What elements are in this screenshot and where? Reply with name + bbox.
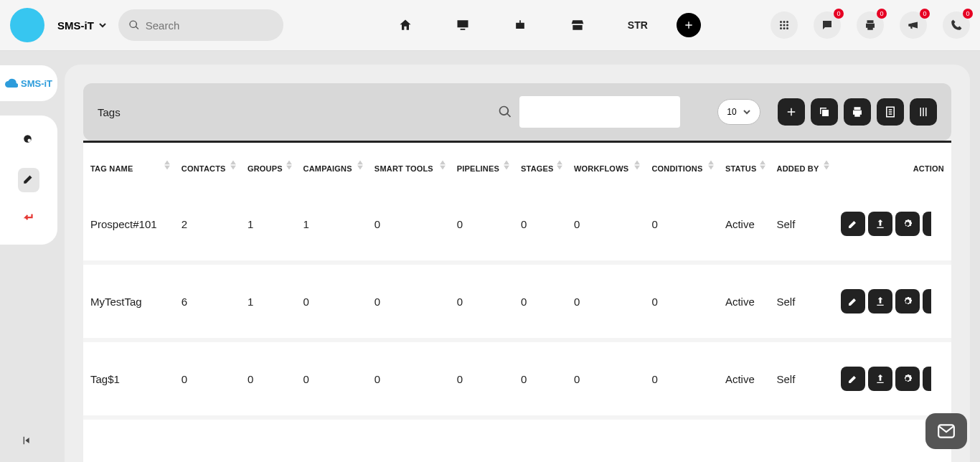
- row-edit-button[interactable]: [841, 289, 865, 314]
- export-icon: [884, 105, 897, 118]
- row-edit-button[interactable]: [841, 212, 865, 236]
- sort-icon: [440, 161, 446, 170]
- cell-tag_name: Prospect#101: [83, 187, 174, 263]
- cell-smart_tools: 0: [367, 340, 450, 418]
- svg-point-10: [28, 139, 32, 143]
- cell-stages: 0: [514, 263, 567, 340]
- sort-icon: [357, 161, 363, 170]
- page-size-selector[interactable]: 10: [717, 99, 760, 125]
- upload-icon: [875, 218, 886, 230]
- add-button[interactable]: [677, 13, 701, 37]
- cell-added_by: Self: [770, 187, 834, 263]
- nav-bot[interactable]: [513, 18, 527, 32]
- sort-icon: [230, 161, 236, 170]
- row-upload-button[interactable]: [868, 289, 892, 314]
- col-campaigns[interactable]: CAMPAIGNS: [296, 143, 367, 187]
- col-workflows[interactable]: WORKFLOWS: [567, 143, 644, 187]
- row-more-button[interactable]: [923, 212, 931, 236]
- cell-workflows: 0: [567, 187, 644, 263]
- col-action: ACTION: [834, 143, 951, 187]
- messages-badge: 0: [834, 9, 844, 19]
- export-button[interactable]: [877, 98, 904, 126]
- right-icons: 0 0 0 0: [771, 11, 970, 39]
- add-tag-button[interactable]: [778, 98, 805, 126]
- print-button[interactable]: [844, 98, 871, 126]
- brand-selector[interactable]: SMS-iT: [57, 19, 107, 32]
- sidebar-logo[interactable]: SMS-iT: [0, 65, 57, 101]
- cell-action: [834, 340, 951, 418]
- cell-stages: 0: [514, 340, 567, 418]
- table-search-input[interactable]: [519, 96, 680, 128]
- col-status[interactable]: STATUS: [718, 143, 770, 187]
- sidebar-item-process[interactable]: [22, 211, 35, 227]
- sidebar: SMS-iT: [0, 51, 57, 462]
- gear-icon: [902, 296, 913, 307]
- search-icon: [128, 19, 140, 32]
- cell-pipelines: 0: [450, 340, 514, 418]
- upload-icon: [875, 296, 886, 307]
- mail-icon: [937, 423, 956, 439]
- copy-button[interactable]: [811, 98, 838, 126]
- sidebar-item-search[interactable]: [22, 133, 35, 149]
- sidebar-item-edit[interactable]: [18, 168, 39, 192]
- header: SMS-iT STR 0 0 0 0: [0, 0, 980, 51]
- cell-contacts: 0: [174, 340, 240, 418]
- collapse-icon: [22, 435, 33, 446]
- cell-status: Active: [718, 340, 770, 418]
- svg-point-2: [786, 21, 788, 23]
- phone-icon: [950, 19, 963, 32]
- call-badge: 0: [963, 9, 973, 19]
- call-button[interactable]: 0: [943, 11, 970, 39]
- gear-icon: [902, 218, 913, 230]
- columns-button[interactable]: [910, 98, 937, 126]
- nav-icons: STR: [398, 18, 648, 32]
- sort-icon: [557, 161, 562, 170]
- row-settings-button[interactable]: [895, 212, 920, 236]
- sidebar-collapse[interactable]: [22, 435, 33, 449]
- columns-icon: [917, 105, 930, 118]
- svg-point-5: [786, 24, 788, 27]
- svg-point-7: [783, 27, 786, 29]
- table-search: [491, 96, 680, 128]
- cell-groups: 1: [240, 187, 296, 263]
- cell-stages: 0: [514, 187, 567, 263]
- col-added-by[interactable]: ADDED BY: [770, 143, 834, 187]
- nav-store[interactable]: [570, 18, 585, 32]
- cell-groups: 0: [240, 340, 296, 418]
- col-smart-tools[interactable]: SMART TOOLS: [367, 143, 450, 187]
- support-chat-button[interactable]: [925, 413, 967, 449]
- apps-button[interactable]: [771, 11, 798, 39]
- chat-icon: [821, 19, 834, 32]
- messages-button[interactable]: 0: [814, 11, 841, 39]
- col-contacts[interactable]: CONTACTS: [174, 143, 240, 187]
- row-more-button[interactable]: [923, 289, 931, 314]
- announce-button[interactable]: 0: [900, 11, 927, 39]
- announce-badge: 0: [920, 9, 930, 19]
- global-search[interactable]: [118, 9, 283, 41]
- row-edit-button[interactable]: [841, 367, 865, 391]
- avatar[interactable]: [10, 8, 44, 42]
- col-tag-name[interactable]: TAG NAME: [83, 143, 174, 187]
- printer-icon: [864, 19, 877, 32]
- row-settings-button[interactable]: [895, 289, 920, 314]
- search-input[interactable]: [146, 19, 273, 32]
- megaphone-icon: [907, 19, 920, 32]
- col-conditions[interactable]: CONDITIONS: [644, 143, 718, 187]
- row-settings-button[interactable]: [895, 367, 920, 391]
- row-more-button[interactable]: [923, 367, 931, 391]
- print-button[interactable]: 0: [857, 11, 884, 39]
- panel-header: Tags 10: [83, 83, 951, 141]
- cell-groups: 1: [240, 263, 296, 340]
- col-stages[interactable]: STAGES: [514, 143, 567, 187]
- nav-str[interactable]: STR: [628, 19, 648, 31]
- table-row: Tag$100000000ActiveSelf: [83, 340, 951, 418]
- cell-status: Active: [718, 187, 770, 263]
- row-upload-button[interactable]: [868, 367, 892, 391]
- col-pipelines[interactable]: PIPELINES: [450, 143, 514, 187]
- col-groups[interactable]: GROUPS: [240, 143, 296, 187]
- nav-desktop[interactable]: [456, 18, 470, 32]
- nav-home[interactable]: [398, 18, 413, 32]
- upload-icon: [875, 373, 886, 385]
- cell-smart_tools: 0: [367, 187, 450, 263]
- row-upload-button[interactable]: [868, 212, 892, 236]
